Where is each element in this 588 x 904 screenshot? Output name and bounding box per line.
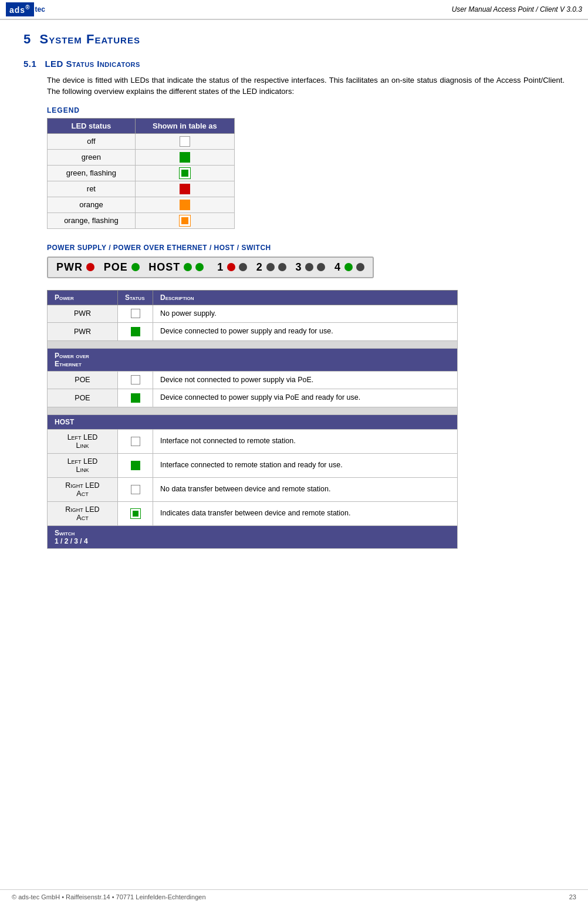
status-table: PowerStatusDescriptionPWRNo power supply…: [47, 290, 458, 549]
n3-led1: [305, 263, 313, 271]
status-desc-cell: No data transfer between device and remo…: [153, 477, 458, 501]
empty-row-cell: [48, 340, 458, 348]
status-desc-cell: Device not connected to power supply via…: [153, 371, 458, 389]
n1-led1: [227, 263, 235, 271]
banner-n1: 1: [217, 261, 224, 274]
legend-icon-cell: [135, 212, 234, 228]
status-col-status: Status: [118, 290, 153, 305]
legend-status-cell: green: [48, 149, 136, 165]
legend-status-cell: green, flashing: [48, 165, 136, 181]
legend-label: Legend: [47, 106, 565, 114]
status-led-cell: [118, 305, 153, 323]
status-desc-cell: No power supply.: [153, 305, 458, 323]
chapter-heading: 5 System Features: [23, 32, 565, 47]
status-name-cell: Right LEDAct: [48, 477, 118, 501]
status-led-cell: [118, 429, 153, 453]
legend-icon-cell: [135, 181, 234, 197]
status-section-label: HOST: [48, 414, 458, 429]
legend-status-cell: orange: [48, 197, 136, 212]
banner-n2: 2: [256, 261, 263, 274]
legend-icon-cell: [135, 165, 234, 181]
status-col-power: Power: [48, 290, 118, 305]
section-heading: 5.1 LED Status Indicators: [23, 59, 565, 69]
host-led-green2: [195, 263, 204, 271]
legend-icon-cell: [135, 149, 234, 165]
status-section-label: Switch1 / 2 / 3 / 4: [48, 525, 458, 548]
legend-icon-cell: [135, 197, 234, 212]
status-name-cell: PWR: [48, 305, 118, 323]
ps-label: Power Supply / Power over Ethernet / Hos…: [47, 244, 565, 252]
pwr-banner: PWR POE HOST 1 2 3 4: [47, 257, 374, 278]
header-title: User Manual Access Point / Client V 3.0.…: [452, 5, 582, 14]
status-desc-cell: Device connected to power supply via PoE…: [153, 389, 458, 407]
status-name-cell: PWR: [48, 323, 118, 341]
legend-icon-cell: [135, 133, 234, 149]
status-led-cell: [118, 371, 153, 389]
footer-page: 23: [569, 893, 576, 900]
status-desc-cell: Indicates data transfer between device a…: [153, 501, 458, 525]
empty-row-cell: [48, 407, 458, 414]
host-led-green1: [184, 263, 192, 271]
status-led-cell: [118, 389, 153, 407]
status-desc-cell: Interface not connected to remote statio…: [153, 429, 458, 453]
banner-pwr: PWR: [56, 261, 83, 274]
status-name-cell: Left LEDLink: [48, 453, 118, 477]
status-section-label: Power overEthernet: [48, 348, 458, 371]
poe-led-green: [131, 263, 140, 271]
body-text: The device is fitted with LEDs that indi…: [47, 75, 565, 97]
status-desc-cell: Interface connected to remote station an…: [153, 453, 458, 477]
status-name-cell: POE: [48, 371, 118, 389]
status-name-cell: POE: [48, 389, 118, 407]
n2-led2: [278, 263, 286, 271]
footer-copyright: © ads-tec GmbH • Raiffeisenstr.14 • 7077…: [12, 893, 206, 900]
n1-led2: [239, 263, 247, 271]
legend-status-cell: off: [48, 133, 136, 149]
status-led-cell: [118, 501, 153, 525]
logo-ads: ads®: [6, 2, 34, 16]
status-col-description: Description: [153, 290, 458, 305]
n2-led1: [266, 263, 275, 271]
logo-tec: tec: [35, 5, 45, 14]
legend-status-cell: orange, flashing: [48, 212, 136, 228]
n3-led2: [317, 263, 325, 271]
legend-col2: Shown in table as: [135, 118, 234, 133]
main-content: 5 System Features 5.1 LED Status Indicat…: [0, 20, 588, 596]
status-name-cell: Right LEDAct: [48, 501, 118, 525]
status-desc-cell: Device connected to power supply and rea…: [153, 323, 458, 341]
status-led-cell: [118, 477, 153, 501]
status-table-wrapper: PowerStatusDescriptionPWRNo power supply…: [47, 290, 565, 549]
banner-host: HOST: [148, 261, 180, 274]
pwr-led-red: [86, 263, 94, 271]
n4-led2: [356, 263, 364, 271]
banner-poe: POE: [104, 261, 128, 274]
footer: © ads-tec GmbH • Raiffeisenstr.14 • 7077…: [0, 889, 588, 904]
status-led-cell: [118, 453, 153, 477]
banner-n4: 4: [334, 261, 341, 274]
status-led-cell: [118, 323, 153, 341]
legend-table: LED status Shown in table as offgreengre…: [47, 118, 235, 229]
banner-n3: 3: [295, 261, 302, 274]
legend-col1: LED status: [48, 118, 136, 133]
page-header: ads® tec User Manual Access Point / Clie…: [0, 0, 588, 20]
status-name-cell: Left LEDLink: [48, 429, 118, 453]
logo-area: ads® tec: [6, 2, 45, 16]
n4-led1: [344, 263, 353, 271]
legend-status-cell: ret: [48, 181, 136, 197]
